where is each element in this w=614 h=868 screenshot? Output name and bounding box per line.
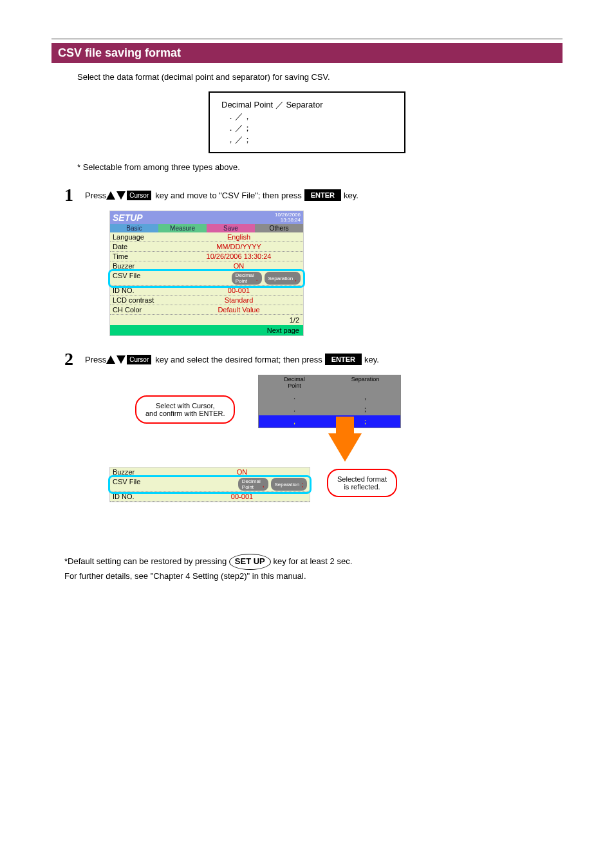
- reflected-rows: Buzzer ON CSV File Decimal Point , Separ…: [109, 467, 310, 502]
- label: CSV File: [113, 478, 177, 491]
- value: 00-001: [177, 287, 301, 294]
- value: Standard: [177, 296, 301, 304]
- next-page-button[interactable]: Next page: [110, 325, 303, 335]
- pill-label: Separation: [275, 482, 300, 487]
- csv-decimal-pill[interactable]: Decimal Point ,: [238, 478, 268, 491]
- step-number: 1: [64, 185, 73, 205]
- pill-label: Separation: [268, 276, 293, 281]
- pill-value: ,: [263, 481, 265, 488]
- format-line: ．／；: [227, 122, 394, 134]
- pill-label: Decimal Point: [236, 272, 254, 284]
- setup-titlebar: SETUP 10/26/2006 13:38:24: [110, 211, 303, 224]
- row-buzzer[interactable]: Buzzer ON: [110, 261, 303, 271]
- row-time[interactable]: Time 10/26/2006 13:30:24: [110, 252, 303, 261]
- col-decimal: Decimal Point: [259, 375, 330, 391]
- value: Default Value: [177, 306, 301, 314]
- row-idno[interactable]: ID NO. 00-001: [110, 286, 303, 296]
- down-icon: [116, 191, 126, 200]
- label: CSV File: [113, 272, 177, 285]
- row-csv-file[interactable]: CSV File Decimal Point . Separation ,: [110, 271, 303, 286]
- value: 00-001: [177, 493, 307, 500]
- value: 10/26/2006 13:30:24: [177, 252, 301, 260]
- opt-dec: ．: [259, 391, 330, 403]
- step-text: key and select the desired format; then …: [155, 355, 322, 364]
- pill-label: Decimal Point: [242, 478, 261, 490]
- opt-sep: ；: [330, 403, 400, 415]
- page-indicator: 1/2: [110, 315, 303, 325]
- format-line: ．／，: [227, 111, 394, 122]
- row-buzzer[interactable]: Buzzer ON: [110, 467, 310, 477]
- footer-line1b: key for at least 2 sec.: [273, 556, 352, 566]
- format-option[interactable]: ． ；: [259, 403, 400, 415]
- setup-tabs[interactable]: Basic Measure Save Others: [110, 224, 303, 232]
- step-text: key.: [344, 191, 358, 200]
- row-idno[interactable]: ID NO. 00-001: [110, 492, 310, 502]
- tab-save[interactable]: Save: [207, 224, 255, 232]
- down-icon: [116, 355, 126, 364]
- callout-right: Selected format is reflected.: [327, 469, 397, 497]
- row-csv-file[interactable]: CSV File Decimal Point , Separation ;: [110, 477, 310, 492]
- step-1: 1 Press Cursor key and move to "CSV File…: [64, 185, 563, 205]
- label: Language: [113, 233, 177, 241]
- setup-time: 13:38:24: [281, 217, 301, 223]
- label: Buzzer: [113, 468, 177, 476]
- footer-line2: For further details, see "Chapter 4 Sett…: [64, 570, 563, 583]
- tab-measure[interactable]: Measure: [158, 224, 207, 232]
- footer-notes: *Default setting can be restored by pres…: [64, 554, 563, 583]
- setup-title-text: SETUP: [113, 212, 143, 223]
- label: ID NO.: [113, 493, 177, 500]
- label: CH Color: [113, 306, 177, 314]
- format-box: Decimal Point ／ Separator ．／， ．／； ，／；: [209, 91, 405, 154]
- callout-left: Select with Cursor, and confirm with ENT…: [135, 395, 235, 424]
- opt-dec: ．: [259, 403, 330, 415]
- tab-basic[interactable]: Basic: [110, 224, 158, 232]
- step-text: Press: [85, 191, 106, 200]
- row-language[interactable]: Language English: [110, 232, 303, 242]
- tab-others[interactable]: Others: [255, 224, 303, 232]
- footer-line1a: *Default setting can be restored by pres…: [64, 556, 229, 566]
- row-date[interactable]: Date MM/DD/YYYY: [110, 242, 303, 252]
- step-text: key and move to "CSV File"; then press: [155, 191, 301, 200]
- pill-value: ;: [301, 481, 303, 488]
- format-header: Decimal Point ／ Separator: [221, 99, 389, 111]
- arrow-down-icon: [328, 433, 362, 462]
- cursor-key: Cursor: [127, 355, 151, 364]
- label: ID NO.: [113, 287, 177, 294]
- setup-key-icon: SET UP: [229, 554, 271, 570]
- label: Buzzer: [113, 262, 177, 270]
- format-line: ，／；: [227, 134, 394, 146]
- up-icon: [106, 191, 115, 200]
- csv-decimal-pill[interactable]: Decimal Point .: [232, 272, 262, 285]
- pill-value: ,: [295, 275, 297, 282]
- selectable-note: * Selectable from among three types abov…: [77, 162, 563, 172]
- cursor-key: Cursor: [127, 191, 151, 200]
- enter-key: ENTER: [325, 354, 362, 365]
- format-option[interactable]: ． ，: [259, 391, 400, 403]
- label: Time: [113, 252, 177, 260]
- col-separator: Separation: [330, 375, 400, 391]
- value: ON: [177, 262, 301, 270]
- csv-separator-pill[interactable]: Separation ;: [271, 478, 307, 491]
- value: English: [177, 233, 301, 241]
- step-number: 2: [64, 349, 73, 370]
- label: LCD contrast: [113, 296, 177, 304]
- section-title: CSV file saving format: [51, 43, 563, 63]
- step-text: Press: [85, 355, 106, 364]
- row-chcolor[interactable]: CH Color Default Value: [110, 305, 303, 315]
- value: MM/DD/YYYY: [177, 243, 301, 250]
- value: ON: [177, 468, 307, 476]
- csv-separator-pill[interactable]: Separation ,: [265, 272, 301, 285]
- setup-screenshot: SETUP 10/26/2006 13:38:24 Basic Measure …: [109, 211, 304, 336]
- up-icon: [106, 355, 115, 364]
- opt-sep: ，: [330, 391, 400, 403]
- enter-key: ENTER: [304, 189, 341, 201]
- row-lcd[interactable]: LCD contrast Standard: [110, 296, 303, 305]
- label: Date: [113, 243, 177, 250]
- format-select-grid[interactable]: Decimal Point Separation ． ， ． ； ， ；: [258, 375, 401, 428]
- format-option-selected[interactable]: ， ；: [259, 415, 400, 428]
- pill-value: .: [256, 275, 258, 282]
- intro-text: Select the data format (decimal point an…: [77, 71, 563, 84]
- opt-dec: ，: [259, 415, 330, 428]
- step-text: key.: [364, 355, 379, 364]
- step-2: 2 Press Cursor key and select the desire…: [64, 349, 563, 370]
